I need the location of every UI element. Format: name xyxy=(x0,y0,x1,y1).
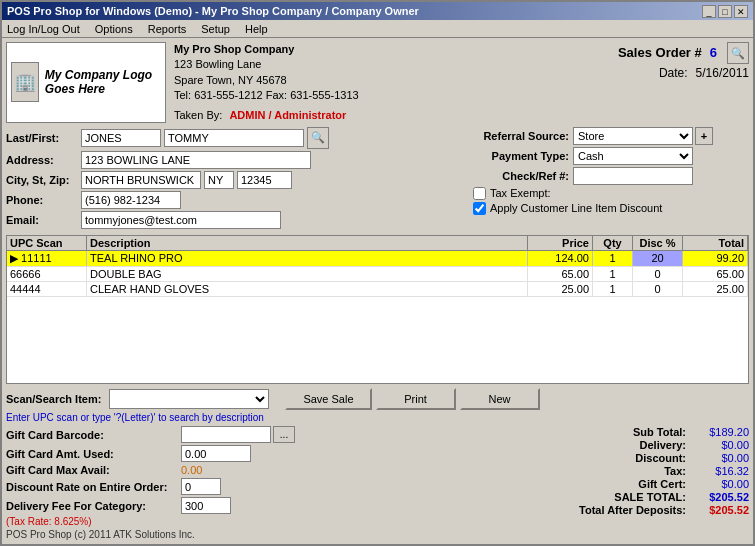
customer-section: Last/First: 🔍 Address: City, St, Zip: xyxy=(6,127,463,231)
cell-disc: 0 xyxy=(633,282,683,296)
table-row[interactable]: ▶ 11111 TEAL RHINO PRO 124.00 1 20 99.20 xyxy=(7,251,748,267)
date-label: Date: xyxy=(659,66,688,80)
referral-label: Referral Source: xyxy=(469,130,569,142)
delivery-label: Delivery: xyxy=(556,439,686,451)
action-buttons-row: Save Sale Print New xyxy=(285,388,539,410)
menu-bar: Log In/Log Out Options Reports Setup Hel… xyxy=(2,20,753,38)
discount-order-input[interactable] xyxy=(181,478,221,495)
scan-select[interactable] xyxy=(109,389,269,409)
state-input[interactable] xyxy=(204,171,234,189)
zip-input[interactable] xyxy=(237,171,292,189)
gift-browse-button[interactable]: ... xyxy=(273,426,295,443)
cell-disc: 20 xyxy=(633,251,683,266)
phone-input[interactable] xyxy=(81,191,181,209)
referral-add-button[interactable]: + xyxy=(695,127,713,145)
window-controls: _ □ ✕ xyxy=(702,5,748,18)
company-name: My Pro Shop Company xyxy=(174,42,549,57)
subtotal-row: Sub Total: $189.20 xyxy=(529,426,749,438)
col-header-qty: Qty xyxy=(593,236,633,250)
company-address2: Spare Town, NY 45678 xyxy=(174,73,549,88)
sales-order-number: 6 xyxy=(710,45,717,60)
col-header-total: Total xyxy=(683,236,748,250)
right-form-section: Referral Source: Store + Payment Type: C… xyxy=(469,127,749,231)
col-header-disc: Disc % xyxy=(633,236,683,250)
totals-section: Sub Total: $189.20 Delivery: $0.00 Disco… xyxy=(529,426,749,527)
cell-qty: 1 xyxy=(593,251,633,266)
referral-select[interactable]: Store xyxy=(573,127,693,145)
footer-left: Gift Card Barcode: ... Gift Card Amt. Us… xyxy=(6,426,521,527)
discount-total-row: Discount: $0.00 xyxy=(529,452,749,464)
discount-total-label: Discount: xyxy=(556,452,686,464)
company-phone: Tel: 631-555-1212 Fax: 631-555-1313 xyxy=(174,88,549,103)
check-row: Check/Ref #: xyxy=(469,167,749,185)
gift-cert-label: Gift Cert: xyxy=(556,478,686,490)
menu-help[interactable]: Help xyxy=(245,23,268,35)
delivery-fee-input[interactable] xyxy=(181,497,231,514)
top-section: 🏢 My Company Logo Goes Here My Pro Shop … xyxy=(6,42,749,123)
new-button[interactable]: New xyxy=(460,388,540,410)
tax-rate-text: (Tax Rate: 8.625%) xyxy=(6,516,521,527)
cell-qty: 1 xyxy=(593,282,633,296)
cell-qty: 1 xyxy=(593,267,633,281)
order-search-button[interactable]: 🔍 xyxy=(727,42,749,64)
tax-value: $16.32 xyxy=(694,465,749,477)
menu-options[interactable]: Options xyxy=(95,23,133,35)
main-window: POS Pro Shop for Windows (Demo) - My Pro… xyxy=(0,0,755,546)
gift-max-value: 0.00 xyxy=(181,464,202,476)
sales-order-date-row: Date: 5/16/2011 xyxy=(659,66,749,80)
date-value: 5/16/2011 xyxy=(696,66,749,80)
email-label: Email: xyxy=(6,214,81,226)
discount-order-label: Discount Rate on Entire Order: xyxy=(6,481,181,493)
grid-header: UPC Scan Description Price Qty Disc % To… xyxy=(7,236,748,251)
main-content: 🏢 My Company Logo Goes Here My Pro Shop … xyxy=(2,38,753,544)
after-deposits-label: Total After Deposits: xyxy=(556,504,686,516)
middle-section: Last/First: 🔍 Address: City, St, Zip: xyxy=(6,127,749,231)
delivery-value: $0.00 xyxy=(694,439,749,451)
hint-text: Enter UPC scan or type '?(Letter)' to se… xyxy=(6,412,749,423)
phone-label: Phone: xyxy=(6,194,81,206)
minimize-button[interactable]: _ xyxy=(702,5,716,18)
table-row[interactable]: 44444 CLEAR HAND GLOVES 25.00 1 0 25.00 xyxy=(7,282,748,297)
taken-by-value: ADMIN / Administrator xyxy=(229,109,346,121)
tax-exempt-checkbox[interactable] xyxy=(473,187,486,200)
email-input[interactable] xyxy=(81,211,281,229)
delivery-row: Delivery: $0.00 xyxy=(529,439,749,451)
address-label: Address: xyxy=(6,154,81,166)
gift-amt-used-input[interactable] xyxy=(181,445,251,462)
discount-checkbox[interactable] xyxy=(473,202,486,215)
email-row: Email: xyxy=(6,211,463,229)
table-row[interactable]: 66666 DOUBLE BAG 65.00 1 0 65.00 xyxy=(7,267,748,282)
menu-setup[interactable]: Setup xyxy=(201,23,230,35)
city-input[interactable] xyxy=(81,171,201,189)
payment-select[interactable]: Cash xyxy=(573,147,693,165)
cell-upc: 44444 xyxy=(7,282,87,296)
cell-price: 65.00 xyxy=(528,267,593,281)
cell-total: 65.00 xyxy=(683,267,748,281)
cell-total: 99.20 xyxy=(683,251,748,266)
gift-barcode-input[interactable] xyxy=(181,426,271,443)
close-button[interactable]: ✕ xyxy=(734,5,748,18)
menu-reports[interactable]: Reports xyxy=(148,23,187,35)
city-row: City, St, Zip: xyxy=(6,171,463,189)
check-input[interactable] xyxy=(573,167,693,185)
menu-login[interactable]: Log In/Log Out xyxy=(7,23,80,35)
gift-barcode-row: Gift Card Barcode: ... xyxy=(6,426,521,443)
address-input[interactable] xyxy=(81,151,311,169)
cell-upc: 66666 xyxy=(7,267,87,281)
cell-price: 124.00 xyxy=(528,251,593,266)
company-logo-text: My Company Logo Goes Here xyxy=(45,68,161,96)
window-title: POS Pro Shop for Windows (Demo) - My Pro… xyxy=(7,5,419,17)
col-header-price: Price xyxy=(528,236,593,250)
sale-total-label: SALE TOTAL: xyxy=(556,491,686,503)
print-button[interactable]: Print xyxy=(376,388,456,410)
company-address1: 123 Bowling Lane xyxy=(174,57,549,72)
sales-order-label: Sales Order # xyxy=(618,45,702,60)
first-name-input[interactable] xyxy=(164,129,304,147)
taken-by-row: Taken By: ADMIN / Administrator xyxy=(174,108,549,123)
cell-desc: CLEAR HAND GLOVES xyxy=(87,282,528,296)
customer-search-button[interactable]: 🔍 xyxy=(307,127,329,149)
maximize-button[interactable]: □ xyxy=(718,5,732,18)
save-sale-button[interactable]: Save Sale xyxy=(285,388,371,410)
check-label: Check/Ref #: xyxy=(469,170,569,182)
last-name-input[interactable] xyxy=(81,129,161,147)
